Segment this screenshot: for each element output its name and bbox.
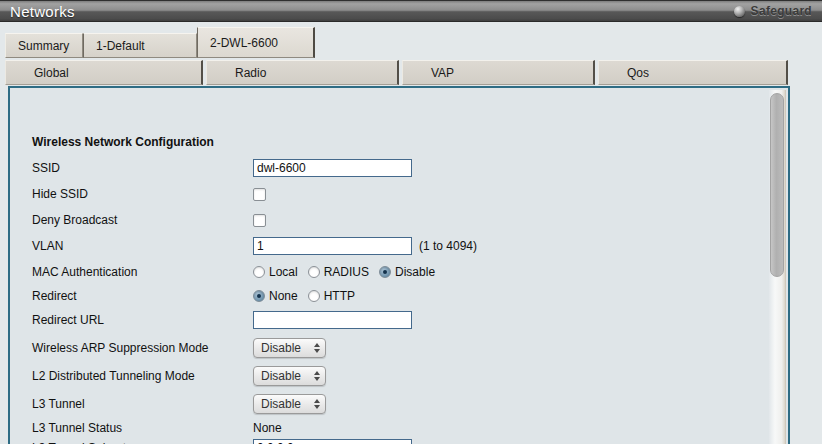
redirect-url-input[interactable] xyxy=(253,311,412,329)
redirect-url-row: Redirect URL xyxy=(32,309,788,331)
radio-icon[interactable] xyxy=(308,290,320,302)
mac-auth-radio-group: Local RADIUS Disable xyxy=(253,265,435,279)
mac-auth-label: MAC Authentication xyxy=(32,265,253,279)
hide-ssid-checkbox[interactable] xyxy=(253,188,266,201)
l3-tunnel-subnet-row: L3 Tunnel Subnet xyxy=(32,438,788,444)
safeguard-badge: Safeguard xyxy=(734,4,812,18)
vlan-row: VLAN (1 to 4094) xyxy=(32,235,788,257)
tab-2-dwl-6600[interactable]: 2-DWL-6600 xyxy=(197,27,315,58)
mac-auth-option-local[interactable]: Local xyxy=(253,265,298,279)
hide-ssid-row: Hide SSID xyxy=(32,183,788,205)
deny-broadcast-checkbox[interactable] xyxy=(253,214,266,227)
l3-tunnel-status-label: L3 Tunnel Status xyxy=(32,421,253,435)
spinner-arrows-icon[interactable] xyxy=(314,343,320,353)
radio-icon[interactable] xyxy=(253,290,265,302)
mac-auth-row: MAC Authentication Local RADIUS Disable xyxy=(32,261,788,283)
redirect-row: Redirect None HTTP xyxy=(32,285,788,307)
ssid-row: SSID xyxy=(32,157,788,179)
l3-tunnel-row: L3 Tunnel Disable xyxy=(32,391,788,416)
vlan-range-hint: (1 to 4094) xyxy=(419,239,477,253)
content-panel: Wireless Network Configuration SSID Hide… xyxy=(8,86,790,444)
safeguard-label: Safeguard xyxy=(751,4,812,18)
arp-suppression-label: Wireless ARP Suppression Mode xyxy=(32,341,253,355)
l3-tunnel-select[interactable]: Disable xyxy=(253,394,326,414)
deny-broadcast-label: Deny Broadcast xyxy=(32,213,253,227)
subtab-global[interactable]: Global xyxy=(5,60,203,85)
vlan-label: VLAN xyxy=(32,239,253,253)
l2-tunneling-select[interactable]: Disable xyxy=(253,366,326,386)
mac-auth-option-disable[interactable]: Disable xyxy=(379,265,435,279)
redirect-label: Redirect xyxy=(32,289,253,303)
title-bar: Networks Safeguard xyxy=(0,0,822,22)
redirect-option-none[interactable]: None xyxy=(253,289,298,303)
network-tabs: Summary 1-Default 2-DWL-6600 xyxy=(5,32,315,58)
tab-1-default[interactable]: 1-Default xyxy=(83,33,197,58)
l3-tunnel-status-value: None xyxy=(253,421,282,435)
deny-broadcast-row: Deny Broadcast xyxy=(32,209,788,231)
page-title: Networks xyxy=(10,3,75,20)
radio-icon[interactable] xyxy=(253,266,265,278)
spinner-arrows-icon[interactable] xyxy=(314,399,320,409)
l3-tunnel-label: L3 Tunnel xyxy=(32,397,253,411)
vertical-scrollbar[interactable] xyxy=(769,90,786,444)
mac-auth-option-radius[interactable]: RADIUS xyxy=(308,265,369,279)
config-subtabs: Global Radio VAP Qos xyxy=(5,60,793,85)
subtab-radio[interactable]: Radio xyxy=(206,60,399,85)
redirect-option-http[interactable]: HTTP xyxy=(308,289,355,303)
redirect-url-label: Redirect URL xyxy=(32,313,253,327)
spinner-arrows-icon[interactable] xyxy=(314,371,320,381)
redirect-radio-group: None HTTP xyxy=(253,289,355,303)
section-title: Wireless Network Configuration xyxy=(32,135,788,149)
radio-icon[interactable] xyxy=(308,266,320,278)
ssid-input[interactable] xyxy=(253,159,412,177)
arp-suppression-row: Wireless ARP Suppression Mode Disable xyxy=(32,335,788,360)
vlan-input[interactable] xyxy=(253,237,412,255)
radio-icon[interactable] xyxy=(379,266,391,278)
safeguard-sphere-icon xyxy=(734,6,745,17)
l3-tunnel-status-row: L3 Tunnel Status None xyxy=(32,418,788,438)
subtab-qos[interactable]: Qos xyxy=(598,60,788,85)
l2-tunneling-label: L2 Distributed Tunneling Mode xyxy=(32,369,253,383)
tab-summary[interactable]: Summary xyxy=(5,33,83,58)
subtab-vap[interactable]: VAP xyxy=(402,60,595,85)
scrollbar-thumb[interactable] xyxy=(770,93,784,277)
ssid-label: SSID xyxy=(32,161,253,175)
l2-tunneling-row: L2 Distributed Tunneling Mode Disable xyxy=(32,363,788,388)
l3-tunnel-subnet-input[interactable] xyxy=(253,439,412,444)
wireless-config-form: Wireless Network Configuration SSID Hide… xyxy=(10,88,788,444)
hide-ssid-label: Hide SSID xyxy=(32,187,253,201)
arp-suppression-select[interactable]: Disable xyxy=(253,338,326,358)
